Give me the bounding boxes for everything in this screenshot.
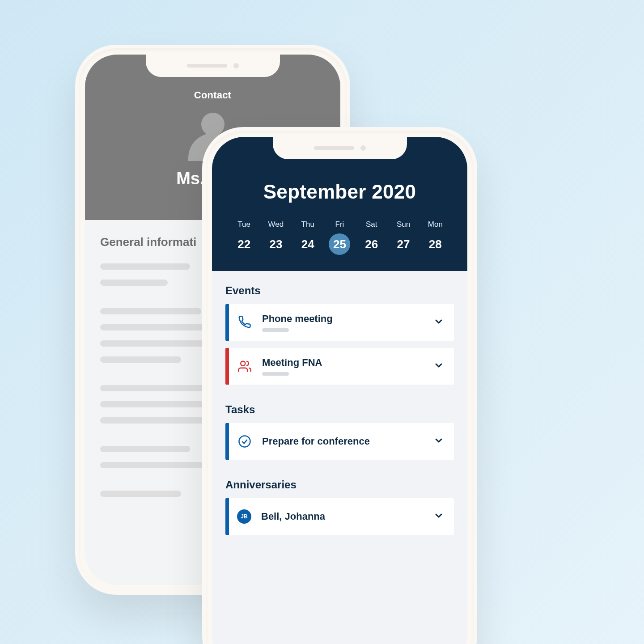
calendar-day-number: 25 [333,237,346,251]
task-card-body: Prepare for conference [262,436,433,447]
calendar-day-number: 24 [301,237,314,251]
device-camera [360,145,366,151]
calendar-day-number: 22 [237,237,250,251]
event-color-bar [225,304,229,341]
tasks-section-title: Tasks [225,403,454,416]
device-notch [273,137,407,159]
anniversary-card[interactable]: JB Bell, Johanna [225,498,454,535]
calendar-day-of-week: Fri [324,220,356,229]
event-card-title: Meeting FNA [262,357,433,368]
phone-calendar-screen: September 2020 Tue22Wed23Thu24Fri25Sat26… [212,137,467,644]
anniversary-card-title: Bell, Johanna [261,511,433,522]
phone-calendar: September 2020 Tue22Wed23Thu24Fri25Sat26… [202,127,477,644]
event-card-body: Meeting FNA [262,357,433,375]
device-speaker [187,64,227,68]
calendar-day-of-week: Sat [356,220,387,229]
calendar-day-number-wrap: 26 [361,233,382,255]
device-camera [233,63,239,68]
task-card[interactable]: Prepare for conference [225,423,454,460]
calendar-day-number: 28 [429,237,442,251]
calendar-day-number-wrap: 22 [233,233,255,255]
contact-avatar-initials: JB [237,509,251,524]
people-icon [237,359,252,374]
event-card-sub-skeleton [262,372,289,376]
calendar-day-of-week: Sun [387,220,419,229]
device-speaker [314,146,354,150]
calendar-week-strip: Tue22Wed23Thu24Fri25Sat26Sun27Mon28 [225,220,455,255]
event-color-bar [225,348,229,385]
calendar-day[interactable]: Mon28 [419,220,451,255]
calendar-month-title: September 2020 [225,181,455,203]
chevron-down-icon[interactable] [433,316,444,329]
calendar-day-number: 23 [269,237,282,251]
calendar-day-of-week: Thu [292,220,324,229]
calendar-day[interactable]: Sun27 [387,220,419,255]
svg-point-1 [239,436,250,447]
events-section: Events Phone meeting [212,271,467,385]
chevron-down-icon[interactable] [433,510,444,523]
phone-icon [237,315,252,330]
calendar-day-number-wrap: 24 [297,233,318,255]
calendar-day-of-week: Mon [419,220,451,229]
calendar-day[interactable]: Tue22 [228,220,260,255]
calendar-day[interactable]: Sat26 [356,220,387,255]
calendar-day-number: 27 [397,237,410,251]
device-notch [146,55,280,77]
anniversaries-section: Anniversaries JB Bell, Johanna [212,467,467,535]
calendar-day[interactable]: Wed23 [260,220,292,255]
task-card-title: Prepare for conference [262,436,433,447]
event-card-sub-skeleton [262,328,289,332]
anniversary-color-bar [225,498,229,535]
contact-header-label: Contact [85,89,340,101]
calendar-day-number-wrap: 27 [393,233,414,255]
event-card-body: Phone meeting [262,313,433,331]
anniversary-card-body: Bell, Johanna [261,511,433,522]
events-section-title: Events [225,284,454,297]
anniversaries-section-title: Anniversaries [225,479,454,491]
task-color-bar [225,423,229,460]
check-circle-icon [237,434,252,449]
event-card[interactable]: Meeting FNA [225,348,454,385]
calendar-day-of-week: Wed [260,220,292,229]
calendar-day[interactable]: Fri25 [324,220,356,255]
calendar-day[interactable]: Thu24 [292,220,324,255]
calendar-day-number-wrap: 25 [329,233,350,255]
chevron-down-icon[interactable] [433,360,444,373]
calendar-day-number-wrap: 23 [265,233,287,255]
tasks-section: Tasks Prepare for conference [212,392,467,460]
calendar-day-number: 26 [365,237,378,251]
chevron-down-icon[interactable] [433,435,444,448]
event-card-title: Phone meeting [262,313,433,324]
calendar-day-number-wrap: 28 [424,233,446,255]
event-card[interactable]: Phone meeting [225,304,454,341]
svg-point-0 [241,361,245,366]
calendar-day-of-week: Tue [228,220,260,229]
